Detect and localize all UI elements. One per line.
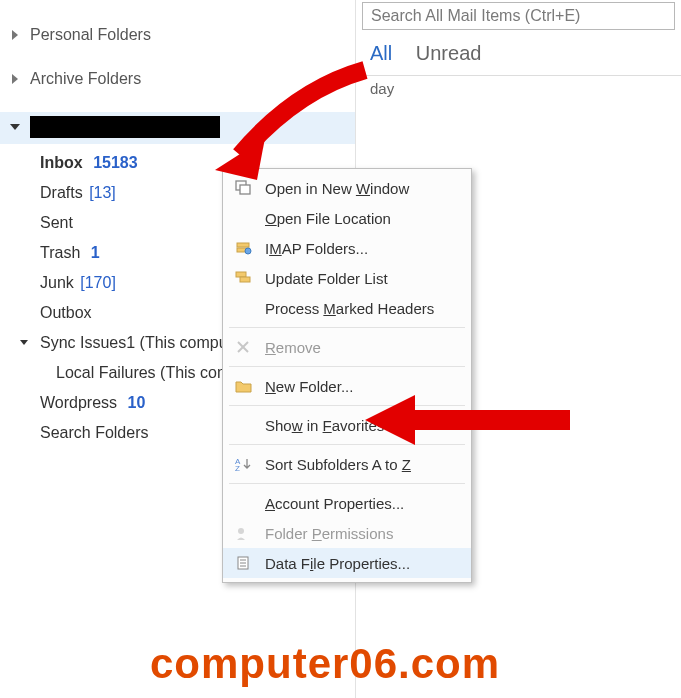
search-input[interactable]: Search All Mail Items (Ctrl+E)	[362, 2, 675, 30]
context-menu: Open in New Window Open File Location IM…	[222, 168, 472, 583]
separator	[229, 327, 465, 328]
folders-icon	[233, 269, 255, 287]
search-placeholder: Search All Mail Items (Ctrl+E)	[371, 7, 580, 24]
filter-bar: All Unread	[356, 34, 681, 75]
separator	[229, 405, 465, 406]
svg-rect-1	[240, 185, 250, 194]
blank-icon	[233, 299, 255, 317]
separator	[229, 483, 465, 484]
ctx-sort-subfolders[interactable]: AZ Sort Subfolders A to Z	[223, 449, 471, 479]
blank-icon	[233, 209, 255, 227]
redacted-account-name	[30, 116, 220, 138]
sort-az-icon: AZ	[233, 455, 255, 473]
chevron-right-icon	[12, 30, 18, 40]
ctx-update-folder-list[interactable]: Update Folder List	[223, 263, 471, 293]
svg-rect-6	[240, 277, 250, 282]
new-folder-icon	[233, 377, 255, 395]
permissions-icon	[233, 524, 255, 542]
tree-label: Personal Folders	[30, 26, 151, 43]
ctx-new-folder[interactable]: New Folder...	[223, 371, 471, 401]
ctx-folder-permissions: Folder Permissions	[223, 518, 471, 548]
svg-text:Z: Z	[235, 464, 240, 472]
chevron-right-icon	[12, 74, 18, 84]
separator	[229, 366, 465, 367]
remove-icon	[233, 338, 255, 356]
properties-icon	[233, 554, 255, 572]
ctx-open-file-location[interactable]: Open File Location	[223, 203, 471, 233]
filter-all[interactable]: All	[370, 42, 392, 64]
blank-icon	[233, 494, 255, 512]
account-row[interactable]	[0, 112, 355, 144]
day-separator-label: day	[370, 80, 394, 97]
chevron-down-icon	[20, 340, 28, 345]
tree-personal-folders[interactable]: Personal Folders	[0, 20, 355, 50]
chevron-down-icon	[10, 124, 20, 130]
ctx-remove: Remove	[223, 332, 471, 362]
tree-label: Archive Folders	[30, 70, 141, 87]
svg-point-11	[238, 528, 244, 534]
svg-point-4	[245, 248, 251, 254]
tree-archive-folders[interactable]: Archive Folders	[0, 64, 355, 94]
ctx-data-file-properties[interactable]: Data File Properties...	[223, 548, 471, 578]
ctx-account-properties[interactable]: Account Properties...	[223, 488, 471, 518]
svg-rect-2	[237, 243, 249, 247]
window-icon	[233, 179, 255, 197]
ctx-process-marked-headers[interactable]: Process Marked Headers	[223, 293, 471, 323]
day-separator-today[interactable]: day	[356, 75, 681, 101]
blank-icon	[233, 416, 255, 434]
ctx-open-new-window[interactable]: Open in New Window	[223, 173, 471, 203]
filter-unread[interactable]: Unread	[416, 42, 482, 64]
separator	[229, 444, 465, 445]
ctx-show-in-favorites[interactable]: Show in Favorites	[223, 410, 471, 440]
imap-folders-icon	[233, 239, 255, 257]
svg-rect-5	[236, 272, 246, 277]
ctx-imap-folders[interactable]: IMAP Folders...	[223, 233, 471, 263]
